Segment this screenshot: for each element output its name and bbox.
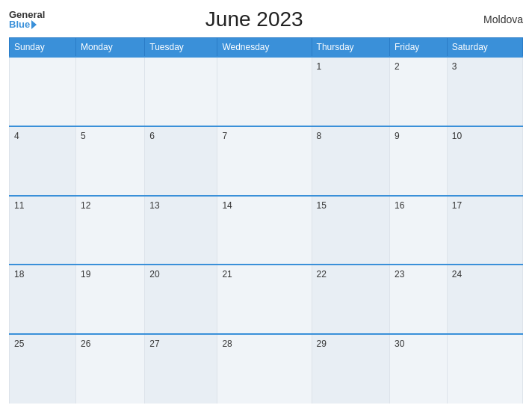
day-number: 6 bbox=[149, 131, 155, 141]
calendar-cell: 24 bbox=[447, 265, 522, 334]
weekday-header: Friday bbox=[390, 38, 448, 58]
weekday-header: Monday bbox=[75, 38, 144, 58]
day-number: 7 bbox=[222, 131, 227, 141]
day-number: 21 bbox=[222, 269, 232, 279]
day-number: 19 bbox=[81, 269, 90, 279]
day-number: 25 bbox=[14, 339, 24, 349]
day-number: 15 bbox=[317, 200, 327, 211]
day-number: 3 bbox=[452, 61, 457, 72]
calendar-week-row: 123 bbox=[10, 57, 523, 126]
day-number: 23 bbox=[395, 269, 404, 279]
calendar-cell: 19 bbox=[75, 265, 144, 334]
calendar-cell: 7 bbox=[217, 126, 312, 196]
calendar-cell: 23 bbox=[390, 265, 448, 334]
logo-blue-text: Blue bbox=[9, 19, 45, 29]
calendar-week-row: 11121314151617 bbox=[10, 196, 523, 265]
calendar-week-row: 252627282930 bbox=[10, 334, 523, 404]
logo-triangle-icon bbox=[31, 20, 37, 29]
calendar-cell: 8 bbox=[312, 126, 389, 196]
day-number: 16 bbox=[395, 200, 404, 211]
day-number: 9 bbox=[395, 131, 400, 141]
calendar-week-row: 45678910 bbox=[10, 126, 523, 196]
calendar-cell: 26 bbox=[75, 334, 144, 404]
day-number: 29 bbox=[317, 339, 327, 349]
month-title: June 2023 bbox=[45, 7, 463, 31]
day-number: 17 bbox=[452, 200, 462, 211]
calendar-cell: 29 bbox=[312, 334, 389, 404]
calendar-cell: 10 bbox=[447, 126, 522, 196]
calendar-cell: 11 bbox=[10, 196, 76, 265]
calendar-week-row: 18192021222324 bbox=[10, 265, 523, 334]
day-number: 10 bbox=[452, 131, 462, 141]
calendar-cell: 16 bbox=[390, 196, 448, 265]
calendar-cell bbox=[75, 57, 144, 126]
day-number: 8 bbox=[317, 131, 322, 141]
day-number: 14 bbox=[222, 200, 232, 211]
calendar-header: General Blue June 2023 Moldova bbox=[9, 7, 523, 31]
calendar-cell: 18 bbox=[10, 265, 76, 334]
day-number: 20 bbox=[149, 269, 159, 279]
weekday-header: Sunday bbox=[10, 38, 76, 58]
logo: General Blue bbox=[9, 10, 45, 29]
calendar-cell: 22 bbox=[312, 265, 389, 334]
day-number: 24 bbox=[452, 269, 462, 279]
day-number: 2 bbox=[395, 61, 400, 72]
day-number: 5 bbox=[81, 131, 86, 141]
day-number: 28 bbox=[222, 339, 232, 349]
calendar-cell: 4 bbox=[10, 126, 76, 196]
calendar-cell: 2 bbox=[390, 57, 448, 126]
calendar-table: SundayMondayTuesdayWednesdayThursdayFrid… bbox=[9, 37, 523, 404]
calendar-cell bbox=[217, 57, 312, 126]
day-number: 18 bbox=[14, 269, 24, 279]
day-number: 13 bbox=[149, 200, 159, 211]
day-number: 26 bbox=[81, 339, 90, 349]
weekday-header: Thursday bbox=[312, 38, 389, 58]
day-number: 22 bbox=[317, 269, 327, 279]
day-number: 12 bbox=[81, 200, 90, 211]
day-number: 1 bbox=[317, 61, 322, 72]
calendar-cell: 27 bbox=[145, 334, 217, 404]
calendar-cell bbox=[10, 57, 76, 126]
calendar-cell: 25 bbox=[10, 334, 76, 404]
calendar-page: General Blue June 2023 Moldova SundayMon… bbox=[0, 0, 532, 411]
calendar-cell bbox=[145, 57, 217, 126]
calendar-cell bbox=[447, 334, 522, 404]
calendar-cell: 21 bbox=[217, 265, 312, 334]
day-number: 30 bbox=[395, 339, 404, 349]
calendar-cell: 28 bbox=[217, 334, 312, 404]
calendar-cell: 5 bbox=[75, 126, 144, 196]
calendar-body: 1234567891011121314151617181920212223242… bbox=[10, 57, 523, 404]
calendar-cell: 14 bbox=[217, 196, 312, 265]
calendar-cell: 3 bbox=[447, 57, 522, 126]
weekday-header: Tuesday bbox=[145, 38, 217, 58]
weekday-header: Wednesday bbox=[217, 38, 312, 58]
weekday-header-row: SundayMondayTuesdayWednesdayThursdayFrid… bbox=[10, 38, 523, 58]
calendar-cell: 20 bbox=[145, 265, 217, 334]
weekday-header: Saturday bbox=[447, 38, 522, 58]
calendar-cell: 30 bbox=[390, 334, 448, 404]
day-number: 27 bbox=[149, 339, 159, 349]
day-number: 4 bbox=[14, 131, 19, 141]
calendar-cell: 6 bbox=[145, 126, 217, 196]
day-number: 11 bbox=[14, 200, 24, 211]
calendar-cell: 15 bbox=[312, 196, 389, 265]
country-label: Moldova bbox=[463, 13, 523, 25]
calendar-cell: 9 bbox=[390, 126, 448, 196]
calendar-cell: 1 bbox=[312, 57, 389, 126]
calendar-cell: 17 bbox=[447, 196, 522, 265]
calendar-cell: 13 bbox=[145, 196, 217, 265]
calendar-cell: 12 bbox=[75, 196, 144, 265]
